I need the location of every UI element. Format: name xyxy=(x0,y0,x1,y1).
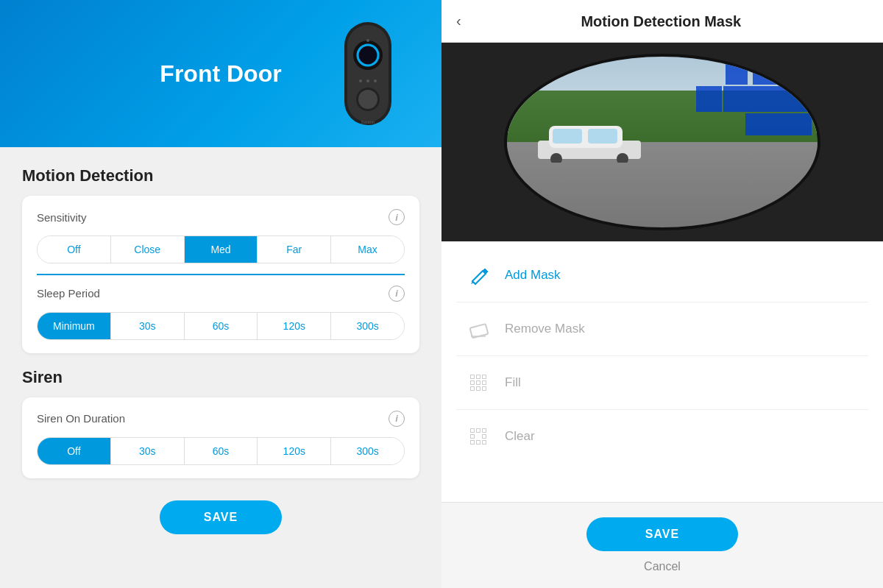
svg-rect-18 xyxy=(588,129,617,144)
svg-point-4 xyxy=(359,46,377,64)
sleep-120s[interactable]: 120s xyxy=(258,313,331,339)
mask-block-3 xyxy=(723,86,812,112)
siren-300s[interactable]: 300s xyxy=(331,438,404,464)
right-panel: ‹ Motion Detection Mask xyxy=(442,0,883,588)
clear-grid xyxy=(470,428,486,444)
doorbell-svg: Swann xyxy=(338,15,397,132)
svg-point-12 xyxy=(366,39,369,42)
siren-60s[interactable]: 60s xyxy=(185,438,258,464)
siren-title: Siren xyxy=(22,368,419,387)
clear-item[interactable]: Clear xyxy=(456,410,868,463)
fill-icon xyxy=(464,368,493,397)
svg-point-10 xyxy=(366,79,369,82)
sleep-group: Minimum 30s 60s 120s 300s xyxy=(37,312,405,340)
sensitivity-info-icon[interactable]: i xyxy=(389,209,405,225)
siren-120s[interactable]: 120s xyxy=(258,438,331,464)
siren-card: Siren On Duration i Off 30s 60s 120s 300… xyxy=(22,397,419,478)
divider xyxy=(37,274,405,275)
right-title: Motion Detection Mask xyxy=(469,13,854,30)
device-image: Swann xyxy=(338,15,397,132)
remove-mask-label: Remove Mask xyxy=(505,322,585,336)
mask-block-1 xyxy=(753,63,812,85)
sleep-header: Sleep Period i xyxy=(37,286,405,302)
clear-label: Clear xyxy=(505,429,535,444)
sleep-period-label: Sleep Period xyxy=(37,287,100,300)
mask-block-5 xyxy=(696,86,722,112)
mask-block-4 xyxy=(745,113,812,135)
motion-detection-title: Motion Detection xyxy=(22,166,419,185)
sleep-300s[interactable]: 300s xyxy=(331,313,404,339)
left-panel: Front Door Swann xyxy=(0,0,442,588)
pencil-icon xyxy=(464,261,493,290)
device-name: Front Door xyxy=(160,60,281,88)
sensitivity-label: Sensitivity xyxy=(37,211,87,224)
fill-item[interactable]: Fill xyxy=(456,356,868,410)
siren-header: Siren On Duration i xyxy=(37,411,405,427)
bottom-actions: SAVE Cancel xyxy=(442,502,883,588)
car-svg xyxy=(538,118,641,163)
device-header: Front Door Swann xyxy=(0,0,442,147)
sensitivity-med[interactable]: Med xyxy=(185,236,258,263)
sleep-minimum[interactable]: Minimum xyxy=(38,313,111,339)
sleep-60s[interactable]: 60s xyxy=(185,313,258,339)
siren-30s[interactable]: 30s xyxy=(111,438,185,464)
sensitivity-card: Sensitivity i Off Close Med Far Max Slee… xyxy=(22,196,419,353)
sleep-30s[interactable]: 30s xyxy=(111,313,185,339)
tools-panel: Add Mask Remove Mask xyxy=(442,241,883,502)
mask-block-2 xyxy=(726,63,748,85)
sensitivity-max[interactable]: Max xyxy=(331,236,404,263)
siren-duration-label: Siren On Duration xyxy=(37,412,125,425)
add-mask-label: Add Mask xyxy=(505,268,561,283)
remove-mask-item[interactable]: Remove Mask xyxy=(456,302,868,356)
camera-oval xyxy=(504,54,820,230)
camera-view xyxy=(442,43,883,241)
svg-point-9 xyxy=(359,79,362,82)
save-wrap: SAVE xyxy=(22,493,419,549)
siren-off[interactable]: Off xyxy=(38,438,111,464)
sleep-info-icon[interactable]: i xyxy=(389,286,405,302)
svg-point-7 xyxy=(358,90,377,109)
sensitivity-off[interactable]: Off xyxy=(38,236,111,263)
sensitivity-far[interactable]: Far xyxy=(258,236,331,263)
svg-text:Swann: Swann xyxy=(361,120,375,124)
svg-point-11 xyxy=(374,79,377,82)
add-mask-item[interactable]: Add Mask xyxy=(456,249,868,302)
app-container: Front Door Swann xyxy=(0,0,883,588)
left-save-button[interactable]: SAVE xyxy=(160,500,282,534)
cancel-button[interactable]: Cancel xyxy=(644,560,681,573)
fill-grid xyxy=(470,375,486,391)
right-header: ‹ Motion Detection Mask xyxy=(442,0,883,43)
back-button[interactable]: ‹ xyxy=(456,13,461,29)
siren-group: Off 30s 60s 120s 300s xyxy=(37,437,405,465)
svg-rect-17 xyxy=(553,129,582,144)
sensitivity-group: Off Close Med Far Max xyxy=(37,235,405,263)
eraser-icon xyxy=(464,314,493,344)
fill-label: Fill xyxy=(505,375,521,390)
left-content: Motion Detection Sensitivity i Off Close… xyxy=(0,147,442,588)
right-save-button[interactable]: SAVE xyxy=(586,517,738,551)
siren-info-icon[interactable]: i xyxy=(389,411,405,427)
sensitivity-close[interactable]: Close xyxy=(111,236,185,263)
clear-icon xyxy=(464,422,493,451)
sensitivity-header: Sensitivity i xyxy=(37,209,405,225)
